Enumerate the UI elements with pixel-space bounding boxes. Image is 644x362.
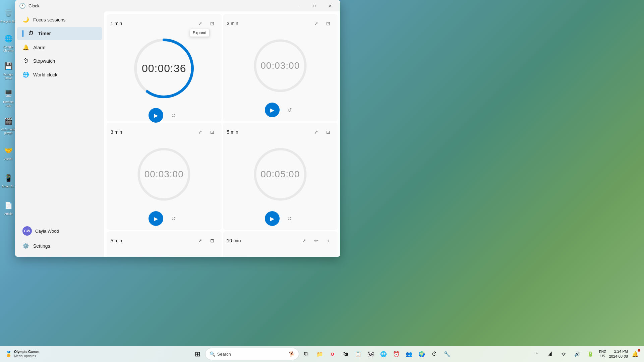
play-button-3[interactable]: ▶ xyxy=(149,211,163,226)
taskbar-sound-icon[interactable]: 🔊 xyxy=(571,348,583,360)
taskbar-files-icon[interactable]: 📁 xyxy=(314,348,326,360)
reset-button-3[interactable]: ↺ xyxy=(167,213,179,225)
sidebar-item-label: Alarm xyxy=(33,45,46,50)
compact-icon-2: ⊡ xyxy=(326,21,330,26)
taskbar-lang[interactable]: ENG US xyxy=(598,349,608,359)
notification-count-badge: 1 xyxy=(637,349,641,352)
expand-button-2[interactable]: ⤢ xyxy=(311,18,321,29)
expand-button-1[interactable]: ⤢ xyxy=(195,18,206,29)
expand-button-6[interactable]: ⤢ xyxy=(299,235,309,246)
sidebar-item-label: Settings xyxy=(33,243,50,249)
timer-display-4: 00:05:00 xyxy=(250,144,310,204)
compact-icon-4: ⊡ xyxy=(326,129,330,135)
timer-card-header-4: 5 min ⤢ ⊡ xyxy=(227,127,334,137)
add-button-6[interactable]: + xyxy=(323,235,334,246)
compact-button-1[interactable]: ⊡ xyxy=(207,18,218,29)
settings-icon: ⚙️ xyxy=(22,243,29,249)
compact-icon: ⊡ xyxy=(210,21,214,26)
expand-button-3[interactable]: ⤢ xyxy=(195,127,206,137)
task-view-icon: ⧉ xyxy=(304,351,308,358)
timer-card-5: 5 min ⤢ ⊡ xyxy=(107,231,222,257)
expand-button-4[interactable]: ⤢ xyxy=(311,127,321,137)
desktop-icon-assist[interactable]: 🤝 Assist xyxy=(0,139,16,166)
sidebar-item-alarm[interactable]: 🔔 Alarm xyxy=(17,41,102,54)
desktop-icon-chrome[interactable]: 🌐 Google Chrome xyxy=(0,29,16,56)
notification-text: Olympic Games Medal updates xyxy=(14,350,40,358)
play-icon-2: ▶ xyxy=(270,107,274,113)
alarm-icon: 🔔 xyxy=(22,44,29,51)
reset-icon-2: ↺ xyxy=(287,107,292,113)
taskbar-notification-icon[interactable]: 🔔 1 xyxy=(629,348,641,360)
taskbar-app11-icon[interactable]: ⏱ xyxy=(428,348,441,360)
taskbar-date-display: 2024-08-08 xyxy=(609,354,628,359)
taskbar-clock[interactable]: 2:24 PM 2024-08-08 xyxy=(609,349,628,359)
taskbar-chevron[interactable]: ^ xyxy=(531,348,543,360)
sidebar-item-timer[interactable]: ⏱ Timer xyxy=(17,27,102,40)
desktop-icon-label: Recycle Bin xyxy=(0,20,16,23)
taskbar-right: ^ 🔊 🔋 ENG US 2:24 PM 2024-08-08 xyxy=(531,348,641,360)
sidebar-item-label: Focus sessions xyxy=(33,17,65,22)
timer-circle-4: 00:05:00 xyxy=(250,144,310,204)
timer-label-4: 5 min xyxy=(227,129,238,135)
sidebar-item-stopwatch[interactable]: ⏱ Stopwatch xyxy=(17,55,102,67)
taskbar-opera-icon[interactable]: O xyxy=(327,348,339,360)
sidebar-item-world-clock[interactable]: 🌐 World clock xyxy=(17,68,102,81)
edit-button-6[interactable]: ✏ xyxy=(311,235,321,246)
expand-button-5[interactable]: ⤢ xyxy=(195,235,206,246)
desktop-icon-label: Article xyxy=(4,212,12,216)
notification-area[interactable]: 🏅 Olympic Games Medal updates xyxy=(3,348,42,360)
sidebar-item-label: Stopwatch xyxy=(33,58,55,64)
timer-circle-container-2: 00:03:00 xyxy=(227,32,334,100)
app-icon: 🕐 xyxy=(19,3,26,9)
play-button-2[interactable]: ▶ xyxy=(265,103,280,117)
minimize-button[interactable]: ─ xyxy=(291,0,307,11)
expand-icon-5: ⤢ xyxy=(198,238,202,243)
close-button[interactable]: ✕ xyxy=(322,0,338,11)
desktop-icon-remote[interactable]: 🖥️ Remote App xyxy=(0,84,16,111)
desktop-icon-drive[interactable]: 💾 Google Drive xyxy=(0,57,16,83)
timer-label-5: 5 min xyxy=(111,238,122,243)
taskbar-wifi-icon[interactable] xyxy=(558,348,570,360)
timer-card-header-2: 3 min ⤢ ⊡ xyxy=(227,18,334,29)
play-button-4[interactable]: ▶ xyxy=(265,211,280,226)
compact-button-4[interactable]: ⊡ xyxy=(323,127,334,137)
sidebar-item-focus-sessions[interactable]: 🌙 Focus sessions xyxy=(17,13,102,26)
taskbar-edge-icon[interactable]: 🌐 xyxy=(377,348,390,360)
svg-rect-9 xyxy=(550,353,551,356)
desktop-icon-smart[interactable]: 📱 Smart S... xyxy=(0,167,16,193)
start-button[interactable]: ⊞ xyxy=(191,347,204,361)
taskbar-clock-icon[interactable]: ⏰ xyxy=(390,348,402,360)
play-icon-3: ▶ xyxy=(154,216,158,222)
reset-button-1[interactable]: ↺ xyxy=(167,109,179,121)
timer-icon: ⏱ xyxy=(27,31,34,37)
timer-circle-1: 00:00:36 xyxy=(130,35,197,102)
maximize-button[interactable]: □ xyxy=(307,0,322,11)
timer-card-2: 3 min ⤢ ⊡ 00:03: xyxy=(223,14,338,121)
taskbar-app12-icon[interactable]: 🔧 xyxy=(441,348,453,360)
reset-button-2[interactable]: ↺ xyxy=(284,104,296,116)
play-button-1[interactable]: ▶ xyxy=(149,108,163,123)
sidebar-item-settings[interactable]: ⚙️ Settings xyxy=(17,239,102,252)
compact-button-5[interactable]: ⊡ xyxy=(207,235,218,246)
title-bar-left: 🕐 Clock xyxy=(19,3,40,9)
taskbar-store-icon[interactable]: 🛍 xyxy=(339,348,351,360)
reset-button-4[interactable]: ↺ xyxy=(284,213,296,225)
sidebar: 🌙 Focus sessions ⏱ Timer 🔔 Alarm ⏱ Stopw… xyxy=(15,11,104,257)
desktop-icon-article[interactable]: 📄 Article xyxy=(0,194,16,221)
task-view-button[interactable]: ⧉ xyxy=(300,347,313,361)
expand-icon: ⤢ xyxy=(198,21,202,26)
play-icon-1: ▶ xyxy=(154,112,158,119)
compact-button-3[interactable]: ⊡ xyxy=(207,127,218,137)
compact-button-2[interactable]: ⊡ xyxy=(323,18,334,29)
search-box[interactable]: 🔍 Search 🐕 xyxy=(205,348,299,360)
taskbar-panda-icon[interactable]: 🐼 xyxy=(365,348,377,360)
taskbar-battery-icon[interactable]: 🔋 xyxy=(584,348,596,360)
desktop-icon-vlc[interactable]: 🎬 VLC media player xyxy=(0,112,16,138)
taskbar-app6-icon[interactable]: 📋 xyxy=(352,348,364,360)
start-icon: ⊞ xyxy=(195,350,200,358)
taskbar-chrome-icon[interactable]: 🌍 xyxy=(416,348,428,360)
desktop-icon-recycle-bin[interactable]: 🗑️ Recycle Bin xyxy=(0,2,16,28)
taskbar-teams-icon[interactable]: 👥 xyxy=(403,348,415,360)
taskbar-network-icon[interactable] xyxy=(544,348,556,360)
user-info[interactable]: CW Cayla Wood xyxy=(17,223,102,239)
